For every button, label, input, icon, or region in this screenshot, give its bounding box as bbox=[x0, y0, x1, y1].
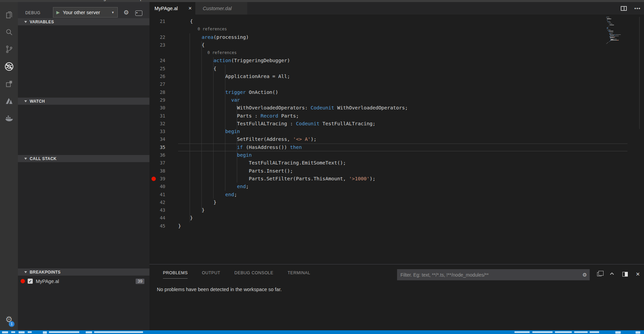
debug-sidebar: DEBUG ▶ Your other server ▼ ⚙ ▸ VARIABLE… bbox=[18, 2, 149, 330]
breakpoint-dot[interactable] bbox=[151, 177, 156, 181]
panel-tab-output[interactable]: OUTPUT bbox=[202, 271, 220, 279]
menu-tasks[interactable]: Tasks bbox=[113, 0, 125, 1]
problems-filter: ⚙ bbox=[397, 269, 590, 280]
panel-tab-debug-console[interactable]: DEBUG CONSOLE bbox=[234, 271, 274, 279]
toggle-sidebar-icon[interactable] bbox=[622, 272, 628, 277]
minimap[interactable] bbox=[606, 17, 622, 44]
status-fragment bbox=[2, 331, 8, 333]
code-line[interactable]: 40end; bbox=[149, 183, 644, 190]
filter-input[interactable] bbox=[397, 272, 583, 278]
status-fragment bbox=[590, 331, 599, 333]
code-line[interactable]: 28trigger OnAction() bbox=[149, 88, 644, 96]
tab-mypage[interactable]: MyPAge.al ✕ bbox=[149, 2, 195, 15]
code-line[interactable]: 34SetFilter(Address, '<> A'); bbox=[149, 135, 644, 143]
breakpoint-file: MyPAge.al bbox=[36, 279, 136, 284]
settings-gear[interactable]: ⚙ 1 bbox=[0, 313, 18, 326]
status-fragment bbox=[574, 331, 588, 333]
debug-console-icon[interactable]: ▸ bbox=[135, 10, 142, 16]
configure-gear-icon[interactable]: ⚙ bbox=[123, 9, 129, 16]
menu-debug[interactable]: Debug bbox=[92, 0, 106, 1]
status-fragment bbox=[28, 331, 32, 333]
more-actions-icon[interactable]: ••• bbox=[634, 5, 641, 11]
status-fragment bbox=[532, 331, 553, 333]
code-line[interactable]: 29var bbox=[149, 96, 644, 104]
code-line[interactable]: 38Parts.Insert(); bbox=[149, 167, 644, 175]
close-icon[interactable]: ✕ bbox=[188, 6, 192, 11]
section-call-stack[interactable]: CALL STACK bbox=[18, 155, 149, 162]
explorer-icon[interactable] bbox=[0, 6, 18, 23]
debug-icon[interactable] bbox=[0, 58, 18, 75]
code-line[interactable]: 36begin bbox=[149, 151, 644, 159]
bottom-panel: PROBLEMS OUTPUT DEBUG CONSOLE TERMINAL ⚙… bbox=[149, 264, 644, 330]
codelens[interactable]: 0 references bbox=[149, 25, 644, 33]
code-line[interactable]: 24action(TriggeringDebugger) bbox=[149, 57, 644, 65]
code-line[interactable]: 42} bbox=[149, 199, 644, 206]
code-line[interactable]: 22area(processing) bbox=[149, 33, 644, 41]
status-fragment bbox=[514, 331, 530, 333]
menu-go[interactable]: Go bbox=[78, 0, 85, 1]
menu-file[interactable]: File bbox=[3, 0, 11, 1]
status-fragment bbox=[86, 331, 92, 333]
status-bar[interactable] bbox=[0, 330, 644, 334]
docker-icon[interactable] bbox=[0, 109, 18, 127]
maximize-panel-icon[interactable] bbox=[609, 271, 615, 277]
extensions-icon[interactable] bbox=[0, 75, 18, 92]
panel-tab-terminal[interactable]: TERMINAL bbox=[287, 271, 310, 279]
menu-bar: File Edit Selection View Go Debug Tasks … bbox=[0, 0, 644, 2]
tab-customer[interactable]: Customer.dal bbox=[195, 2, 247, 15]
code-line[interactable]: 30WithOverloadedOperators: Codeunit With… bbox=[149, 104, 644, 112]
vscode-window: File Edit Selection View Go Debug Tasks … bbox=[0, 0, 644, 334]
debug-config-dropdown[interactable]: ▶ Your other server ▼ bbox=[53, 7, 118, 18]
close-panel-icon[interactable]: ✕ bbox=[636, 271, 640, 277]
section-breakpoints[interactable]: BREAKPOINTS bbox=[18, 268, 149, 276]
source-control-icon[interactable] bbox=[0, 41, 18, 58]
split-editor-icon[interactable] bbox=[621, 6, 627, 11]
code-line[interactable]: 39Parts.SetFilter(Parts.ThisAmount, '>10… bbox=[149, 175, 644, 183]
code-line[interactable]: 43} bbox=[149, 206, 644, 214]
menu-selection[interactable]: Selection bbox=[34, 0, 54, 1]
status-fragment bbox=[49, 331, 79, 333]
code-line[interactable]: 41end; bbox=[149, 191, 644, 199]
collapse-arrow-icon bbox=[24, 100, 27, 102]
status-fragment bbox=[19, 331, 25, 333]
code-line[interactable]: 21{ bbox=[149, 18, 644, 25]
debug-toolbar: DEBUG ▶ Your other server ▼ ⚙ ▸ bbox=[18, 2, 149, 19]
code-line[interactable]: 32TestFullALTracing : Codeunit TestFullA… bbox=[149, 120, 644, 128]
menu-edit[interactable]: Edit bbox=[19, 0, 27, 1]
panel-tab-problems[interactable]: PROBLEMS bbox=[163, 271, 188, 279]
code-line[interactable]: 44} bbox=[149, 214, 644, 222]
codelens[interactable]: 0 references bbox=[149, 49, 644, 57]
collapse-arrow-icon bbox=[24, 271, 27, 273]
status-fragment bbox=[636, 331, 640, 334]
editor-tab-bar: MyPAge.al ✕ Customer.dal ••• bbox=[149, 2, 644, 15]
status-fragment bbox=[11, 331, 15, 333]
search-icon[interactable] bbox=[0, 23, 18, 41]
menu-help[interactable]: Help bbox=[133, 0, 143, 1]
breakpoint-checkbox[interactable]: ✓ bbox=[28, 279, 33, 284]
code-line[interactable]: 33begin bbox=[149, 128, 644, 135]
start-debug-icon[interactable]: ▶ bbox=[56, 10, 60, 15]
section-variables[interactable]: VARIABLES bbox=[18, 18, 149, 25]
azure-icon[interactable] bbox=[0, 92, 18, 109]
breakpoint-dot-icon bbox=[21, 279, 25, 283]
code-line[interactable]: 31Parts : Record Parts; bbox=[149, 112, 644, 120]
panel-layout-icon[interactable] bbox=[597, 272, 601, 276]
section-watch[interactable]: WATCH bbox=[18, 98, 149, 105]
breakpoint-list-item[interactable]: ✓ MyPAge.al 39 bbox=[18, 277, 149, 285]
debug-title: DEBUG bbox=[25, 10, 40, 15]
code-line[interactable]: 27 bbox=[149, 80, 644, 88]
problems-message: No problems have been detected in the wo… bbox=[157, 287, 282, 292]
debug-config-name: Your other server bbox=[63, 10, 109, 15]
code-line[interactable]: 26ApplicationArea = All; bbox=[149, 73, 644, 80]
code-line[interactable]: 25{ bbox=[149, 65, 644, 73]
settings-badge: 1 bbox=[9, 321, 15, 327]
scrollbar[interactable] bbox=[639, 17, 640, 129]
code-line[interactable]: 35if (HasAddress()) then bbox=[149, 144, 644, 151]
code-editor[interactable]: 21{0 references22area(processing)23{0 re… bbox=[149, 15, 644, 264]
filter-gear-icon[interactable]: ⚙ bbox=[583, 272, 587, 277]
code-line[interactable]: 23{ bbox=[149, 41, 644, 49]
menu-view[interactable]: View bbox=[61, 0, 71, 1]
code-line[interactable]: 37TestFullALTracing.EmitSomeText(); bbox=[149, 159, 644, 167]
code-line[interactable]: 45} bbox=[149, 222, 644, 230]
status-fragment bbox=[555, 331, 572, 333]
